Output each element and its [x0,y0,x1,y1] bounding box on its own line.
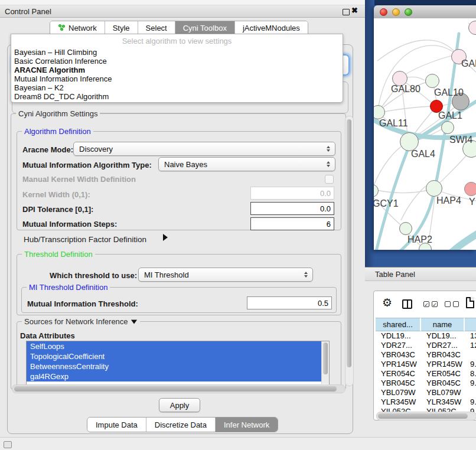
scrollbar-thumb[interactable] [378,413,468,419]
group-title: Threshold Definition [22,250,95,259]
table-row[interactable]: YLR345WYLR345W9. [376,397,476,406]
gear-icon[interactable]: ⚙ [382,296,392,309]
tab-label: Infer Network [224,420,269,429]
network-node[interactable] [399,222,412,235]
list-scrollbar[interactable] [321,341,329,384]
table-horizontal-scrollbar[interactable] [376,412,476,420]
tab-cyni-toolbox[interactable]: Cyni Toolbox [175,21,235,35]
network-node[interactable] [464,182,476,196]
table-row[interactable]: YPR145WYPR145W9. [376,360,476,369]
column-header[interactable]: name [421,318,465,331]
tab-network[interactable]: Network [50,21,105,35]
apply-button[interactable]: Apply [159,398,200,412]
dropdown-item[interactable]: Bayesian – Hill Climbing [14,48,97,57]
table-row[interactable]: YBL079WYBL079W [376,387,476,397]
dpi-tolerance-label: DPI Tolerance [0,1]: [22,205,93,214]
expand-arrow-icon[interactable] [131,319,136,324]
combobox-value: Discovery [79,145,113,154]
combo-arrows-icon [299,272,312,278]
dropdown-item[interactable]: Bayesian – K2 [14,83,64,92]
dropdown-item[interactable]: Mutual Information Inference [14,74,112,83]
dpi-tolerance-field[interactable] [250,202,334,215]
table-widget: ⚙ ✓✓ shared... name YDL19...YDL19...13 Y… [373,291,476,420]
traffic-light-zoom-icon[interactable] [405,8,412,16]
tab-impute-data[interactable]: Impute Data [87,418,146,432]
columns-icon[interactable] [402,299,412,309]
checked-pair-icon[interactable]: ✓✓ [423,301,438,307]
list-item[interactable]: BetweennessCentrality [27,361,329,371]
tab-style[interactable]: Style [105,21,138,35]
network-graph-icon [58,24,66,33]
table-row[interactable]: YER054CYER054C8. [376,369,476,379]
manual-kernel-label: Manual Kernel Width Definition [22,175,136,184]
dock-panel-icon[interactable] [4,441,12,448]
list-item[interactable]: SelfLoops [27,341,329,351]
traffic-light-minimize-icon[interactable] [392,8,400,16]
mi-type-label: Mutual Information Algorithm Type: [22,161,152,169]
mi-type-combobox[interactable]: Naive Bayes [158,157,335,171]
network-window-titlebar[interactable] [374,5,476,19]
list-item[interactable]: TopologicalCoefficient [27,351,329,361]
tab-infer-network[interactable]: Infer Network [216,418,278,432]
table-row[interactable]: YBR045CYBR045C9. [376,378,476,387]
scrollbar-thumb[interactable] [14,386,337,392]
network-canvas[interactable]: GAL GAL80 GAL10 GAL1 GAL11 GAL4 SWI4 GCY… [374,18,476,250]
table-row[interactable]: YDL19...YDL19...13 [376,331,476,341]
table-row[interactable]: YDR27...YDR27...12 [376,341,476,350]
node-label: SWI4 [449,135,472,145]
desktop-top-shade [365,0,476,5]
table-panel-titlebar[interactable]: Table Panel [365,267,476,281]
dropdown-item-selected[interactable]: ARACNE Algorithm [14,66,85,74]
network-node[interactable] [426,180,442,197]
settings-horizontal-scrollbar[interactable] [12,384,345,393]
settings-vertical-scrollbar[interactable] [345,116,354,386]
tab-select[interactable]: Select [138,21,175,35]
collapse-arrow-icon[interactable] [163,234,168,241]
combo-arrows-icon [322,146,335,152]
hub-definition-label: Hub/Transcription Factor Definition [24,235,146,244]
scrollbar-thumb[interactable] [323,343,328,374]
scrollbar-thumb[interactable] [347,119,351,367]
dropdown-item[interactable]: Dream8 DC_TDC Algorithm [14,92,109,101]
network-node[interactable] [425,74,439,88]
column-header[interactable] [465,318,476,331]
node-label: GAL1 [438,110,462,121]
group-title: Cyni Algorithm Settings [16,109,100,118]
node-label: HAP2 [407,234,432,245]
combobox-value: Naive Bayes [164,160,207,169]
node-label: Y [469,197,475,207]
table-row[interactable]: YBR043CYBR043C [376,350,476,360]
table-header: shared... name [376,318,476,331]
tab-label: Select [146,24,167,32]
desktop-left-shade [365,0,374,267]
unchecked-pair-icon[interactable] [445,301,459,307]
tab-jactivemnodules[interactable]: jActiveMNodules [235,21,308,35]
list-item[interactable]: gal4RGexp [27,371,329,381]
mi-threshold-label: Mutual Information Threshold: [27,299,138,308]
column-header[interactable]: shared... [376,318,421,331]
tab-label: Cyni Toolbox [183,24,227,32]
tab-label: Style [113,24,130,32]
which-threshold-combobox[interactable]: MI Threshold [138,268,313,282]
sources-title: Sources for Network Inference [24,317,128,326]
node-label: GAL4 [411,149,435,159]
node-label: GAL10 [434,87,464,98]
dropdown-item[interactable]: Basic Correlation Inference [14,57,107,66]
table-panel-title: Table Panel [375,270,415,279]
group-title: Algorithm Definition [22,127,93,136]
tab-discretize-data[interactable]: Discretize Data [146,418,216,432]
tab-label: Impute Data [96,420,138,429]
new-document-icon[interactable] [466,297,474,308]
group-title: Sources for Network Inference [22,317,140,326]
control-panel-titlebar[interactable]: Control Panel [0,5,365,18]
node-label: GAL [461,58,476,69]
close-icon[interactable]: ✖ [351,6,358,15]
mi-steps-field[interactable] [250,217,334,230]
mi-threshold-field[interactable] [247,296,332,309]
control-panel-title: Control Panel [5,7,51,16]
network-node[interactable] [441,121,454,134]
network-view-window: GAL GAL80 GAL10 GAL1 GAL11 GAL4 SWI4 GCY… [374,5,476,250]
traffic-light-close-icon[interactable] [380,8,387,16]
aracne-mode-combobox[interactable]: Discovery [73,142,335,156]
float-window-icon[interactable] [343,9,350,15]
